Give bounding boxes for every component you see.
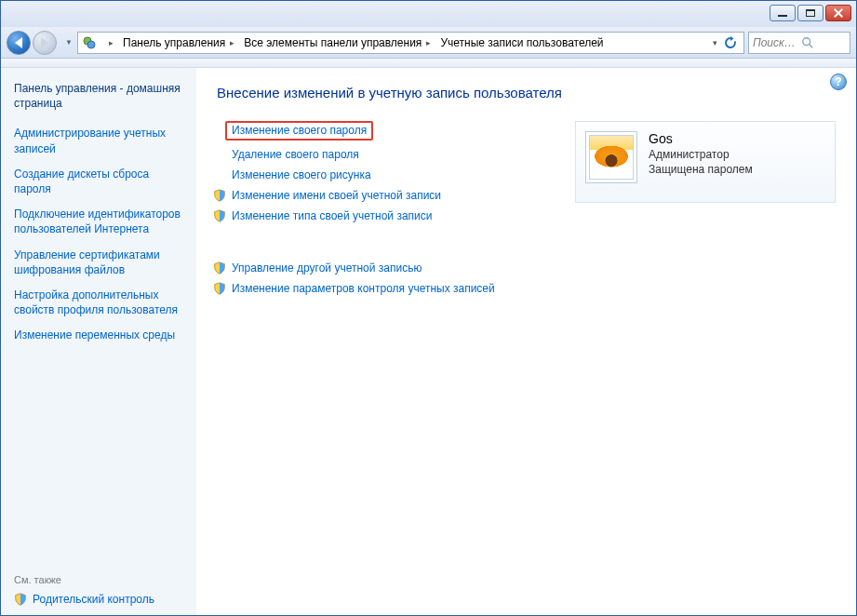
address-bar[interactable]: ▸ Панель управления▸ Все элементы панели…: [77, 32, 744, 54]
svg-line-3: [810, 44, 813, 47]
svg-point-2: [803, 37, 810, 45]
refresh-button[interactable]: [723, 35, 738, 50]
address-dropdown-icon[interactable]: ▾: [713, 38, 717, 47]
see-also-label: См. также: [14, 574, 187, 585]
back-button[interactable]: [7, 31, 31, 55]
shield-icon: [213, 261, 226, 275]
sidebar-link-admin-accounts[interactable]: Администрирование учетных записей: [14, 126, 187, 155]
account-text: Gos Администратор Защищена паролем: [649, 131, 753, 193]
link-remove-password[interactable]: Удаление своего пароля: [232, 148, 359, 161]
sidebar-footer-parental[interactable]: Родительский контроль: [14, 593, 187, 606]
account-card: Gos Администратор Защищена паролем: [575, 121, 836, 203]
search-input[interactable]: Поиск в па...: [748, 32, 850, 54]
user-accounts-icon: [82, 35, 97, 50]
account-name: Gos: [649, 131, 753, 147]
nav-history-dropdown[interactable]: ▼: [64, 32, 74, 54]
page-title: Внесение изменений в учетную запись поль…: [217, 85, 836, 100]
forward-button[interactable]: [33, 31, 57, 55]
search-placeholder: Поиск в па...: [753, 36, 797, 49]
link-change-name[interactable]: Изменение имени своей учетной записи: [232, 189, 441, 202]
title-bar: [1, 1, 856, 27]
account-role: Администратор: [649, 147, 753, 162]
minimize-button[interactable]: [770, 5, 796, 21]
shield-icon: [213, 189, 226, 202]
content-body: Панель управления - домашняя страница Ад…: [1, 68, 856, 615]
account-protection: Защищена паролем: [649, 162, 753, 177]
shield-icon: [213, 282, 226, 295]
link-change-type[interactable]: Изменение типа своей учетной записи: [232, 209, 432, 222]
breadcrumb-user-accounts[interactable]: Учетные записи пользователей: [436, 33, 609, 53]
breadcrumb-all-items[interactable]: Все элементы панели управления▸: [240, 33, 436, 53]
close-button[interactable]: [825, 5, 851, 21]
sidebar-link-online-ids[interactable]: Подключение идентификаторов пользователе…: [14, 207, 187, 236]
maximize-button[interactable]: [797, 5, 824, 21]
sidebar-link-reset-disk[interactable]: Создание дискеты сброса пароля: [14, 167, 187, 196]
sidebar-link-env-vars[interactable]: Изменение переменных среды: [14, 328, 187, 342]
link-manage-other[interactable]: Управление другой учетной записью: [232, 261, 422, 275]
sidebar-link-certificates[interactable]: Управление сертификатами шифрования файл…: [14, 248, 187, 277]
shield-icon: [14, 593, 27, 606]
control-panel-home-link[interactable]: Панель управления - домашняя страница: [14, 81, 187, 111]
svg-point-1: [87, 41, 95, 48]
actions-list: Изменение своего пароля Удаление своего …: [217, 121, 495, 302]
navigation-row: ▼ ▸ Панель управления▸ Все элементы пане…: [1, 27, 856, 59]
breadcrumb-sep[interactable]: ▸: [100, 33, 119, 53]
sidebar: Панель управления - домашняя страница Ад…: [1, 68, 196, 615]
main-content: ? Внесение изменений в учетную запись по…: [196, 68, 856, 615]
avatar: [585, 131, 637, 183]
toolbar-strip: [1, 59, 856, 68]
breadcrumb-control-panel[interactable]: Панель управления▸: [119, 33, 240, 53]
link-uac-settings[interactable]: Изменение параметров контроля учетных за…: [232, 282, 495, 295]
help-button[interactable]: ?: [830, 74, 847, 90]
link-change-password[interactable]: Изменение своего пароля: [232, 124, 367, 137]
shield-icon: [213, 209, 226, 222]
sidebar-link-profile-props[interactable]: Настройка дополнительных свойств профиля…: [14, 288, 187, 317]
link-change-picture[interactable]: Изменение своего рисунка: [232, 168, 371, 181]
search-icon: [801, 36, 846, 49]
control-panel-window: ▼ ▸ Панель управления▸ Все элементы пане…: [0, 0, 857, 616]
sidebar-footer-label: Родительский контроль: [33, 593, 154, 606]
